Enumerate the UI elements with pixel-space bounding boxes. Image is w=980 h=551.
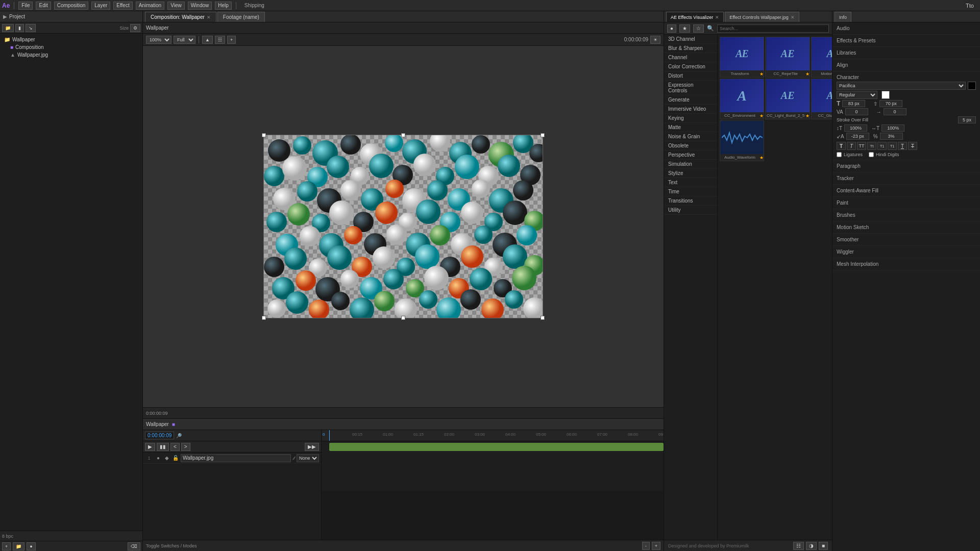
layer-menu[interactable]: Layer [91,2,110,10]
file-menu[interactable]: File [18,2,33,10]
hindi-digits-checkbox[interactable] [869,152,874,157]
tab-composition-wallpaper[interactable]: Composition: Wallpaper ✕ [145,12,216,22]
resize-handle-tc[interactable] [401,133,405,137]
effects-tab-close[interactable]: ✕ [715,15,719,20]
animation-menu[interactable]: Animation [136,2,164,10]
edit-menu[interactable]: Edit [36,2,51,10]
zoom-select[interactable]: 100% 50% 200% [146,36,172,44]
category-matte[interactable]: Matte [664,123,717,132]
new-folder-btn[interactable]: 📁 [2,24,14,32]
play-btn[interactable]: ▶ [145,443,155,451]
resize-handle-tr[interactable] [541,133,545,137]
content-aware-fill-label[interactable]: Content-Aware Fill [837,187,976,194]
underline-btn[interactable]: T [898,142,907,150]
smoother-label[interactable]: Smoother [837,236,976,243]
project-color-btn[interactable]: ● [27,542,35,550]
effects-home-btn[interactable]: ● [667,24,676,33]
layer-lock-btn[interactable]: 🔓 [172,455,179,462]
effect-cc-light-burst-star[interactable]: ★ [805,113,810,118]
effect-cc-repetile-star[interactable]: ★ [805,71,810,77]
tab-effect-controls[interactable]: Effect Controls Wallpaper.jpg ✕ [725,12,799,22]
category-perspective[interactable]: Perspective [664,151,717,160]
project-settings-btn[interactable]: ⚙ [130,24,140,32]
tracker-label[interactable]: Tracker [837,174,976,182]
timeline-zoom-out[interactable]: - [642,542,650,550]
align-label[interactable]: Align [837,61,976,69]
category-text[interactable]: Text [664,178,717,187]
timeline-ruler[interactable]: 0 00:15 01:00 01:15 02:00 03:00 04:00 05… [322,430,664,441]
category-3d-channel[interactable]: 3D Channel [664,35,717,44]
project-folder-btn[interactable]: 📁 [13,542,24,550]
layer-name[interactable]: Wallpaper.jpg [181,454,291,462]
category-blur-sharpen[interactable]: Blur & Sharpen [664,44,717,53]
grid-btn[interactable]: ☷ [215,36,225,44]
effects-presets-label[interactable]: Effects & Presets [837,37,976,44]
ram-preview-btn[interactable]: ▶▶ [305,443,319,451]
font-color-swatch[interactable] [968,82,976,90]
strike-btn[interactable]: T [908,142,917,150]
effects-search-input[interactable] [717,24,829,33]
comp-tab-close[interactable]: ✕ [207,15,211,20]
composition-menu[interactable]: Composition [54,2,89,10]
category-time[interactable]: Time [664,187,717,196]
wiggler-label[interactable]: Wiggler [837,248,976,256]
effect-transform-star[interactable]: ★ [760,71,764,77]
effect-audio-waveform[interactable]: Audio_Waveform ★ [720,120,764,161]
font-style-select[interactable]: Regular [837,91,877,99]
tsukuri-input[interactable] [880,133,903,140]
category-expression-controls[interactable]: Expression Controls [664,81,717,95]
font-size-input[interactable] [842,100,865,107]
effects-list-view-btn[interactable]: ■ [819,542,828,550]
help-menu[interactable]: Help [215,2,232,10]
baseline-input[interactable] [846,133,869,140]
effect-audio-waveform-star[interactable]: ★ [760,155,764,160]
ligatures-checkbox[interactable] [837,152,842,157]
hscale-input[interactable] [881,124,904,132]
effects-star-btn[interactable]: ☆ [693,24,704,33]
italic-btn[interactable]: T [847,142,856,150]
sub-btn[interactable]: T1 [888,142,897,150]
project-delete-btn[interactable]: ⌫ [128,542,140,550]
import-btn[interactable]: ↘ [26,24,36,32]
window-menu[interactable]: Window [188,2,212,10]
toggle-alpha-btn[interactable]: ▲ [202,36,213,44]
effect-menu[interactable]: Effect [113,2,132,10]
resize-handle-bl[interactable] [262,316,266,320]
effect-cc-glue-gun[interactable]: AE CC_Glue_Gun ★ [811,79,832,119]
libraries-label[interactable]: Libraries [837,49,976,57]
category-obsolete[interactable]: Obsolete [664,141,717,151]
layer-track-bar[interactable] [329,443,664,451]
effects-bookmark-btn[interactable]: ★ [679,24,690,33]
layer-solo-btn[interactable]: ◆ [163,455,170,462]
category-generate[interactable]: Generate [664,95,717,105]
paragraph-label[interactable]: Paragraph [837,162,976,170]
category-color-correction[interactable]: Color Correction [664,62,717,71]
category-keying[interactable]: Keying [664,114,717,123]
effect-motion-tile[interactable]: AE Motion_Tile ★ [811,37,832,78]
super-btn[interactable]: T1 [877,142,887,150]
audio-section-label[interactable]: Audio [837,24,976,32]
smallcaps-btn[interactable]: Tt [867,142,876,150]
tracking-input[interactable] [884,108,906,115]
effect-cc-environment[interactable]: A CC_Environment ★ [720,79,764,119]
caps-btn[interactable]: TT [857,142,866,150]
layer-mode-select[interactable]: None [297,454,319,462]
vscale-input[interactable] [844,124,867,132]
category-stylize[interactable]: Stylize [664,169,717,178]
tab-info[interactable]: Info [835,12,851,22]
quality-select[interactable]: Full Half [174,36,195,44]
effect-cc-light-burst[interactable]: AE CC_Light_Burst_2_5 ★ [765,79,810,119]
category-channel[interactable]: Channel [664,53,717,62]
font-family-select[interactable]: Pacifica [837,82,966,90]
playhead[interactable] [329,430,330,441]
project-item-wallpaper-jpg[interactable]: ▲ Wallpaper.jpg [2,51,140,59]
category-utility[interactable]: Utility [664,206,717,215]
leading-input[interactable] [879,100,902,107]
timeline-zoom-in[interactable]: + [652,542,660,550]
prev-frame-btn[interactable]: < [170,443,180,451]
new-comp-btn[interactable]: ▮ [15,24,24,32]
category-simulation[interactable]: Simulation [664,160,717,169]
category-immersive-video[interactable]: Immersive Video [664,105,717,114]
effect-cc-environment-star[interactable]: ★ [760,113,764,118]
next-frame-btn[interactable]: > [181,443,190,451]
